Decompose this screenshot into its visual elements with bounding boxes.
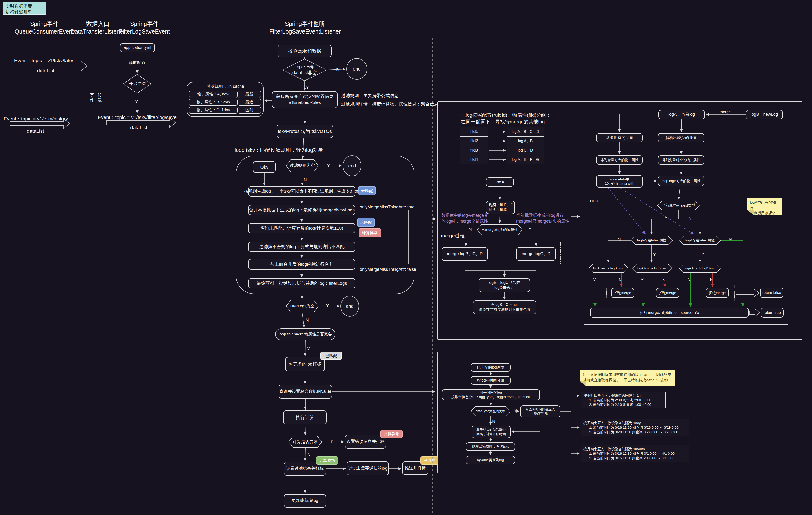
lane-header-line2: FilterLogSaveEventListener bbox=[269, 28, 341, 35]
return-true-label: return true bbox=[761, 308, 783, 317]
fild2-logs-label: log A、B bbox=[507, 137, 544, 146]
merge-with-above-label: 与上面合并后的log继续进行合并 bbox=[249, 260, 355, 269]
set-agg-value: 查询并设置聚合数据的value bbox=[279, 385, 332, 399]
lbl-merge-process: merge过程 bbox=[441, 232, 465, 239]
end-3-label: end bbox=[341, 296, 358, 316]
badge-calc-error-2: 计算异常 bbox=[358, 228, 381, 238]
cache-row2-attr-label: 物、属性：B, 5min bbox=[189, 99, 237, 105]
edge-label-Y: Y bbox=[653, 251, 656, 257]
note-loop-logic-line: logA中已有的物属 bbox=[750, 200, 780, 210]
edge-label-Y: Y bbox=[665, 215, 668, 221]
mark-complete-log: 对完备的log打标 bbox=[285, 357, 325, 371]
gen-logs-by-rule: 按规则生成log，一个tskv可以命中不同过滤规则，生成多条log bbox=[248, 186, 355, 196]
edge-label-Y: Y bbox=[307, 346, 310, 352]
lane-header-line1: Spring事件 bbox=[119, 20, 170, 28]
tskv-box-label: tskv bbox=[253, 161, 275, 172]
merge-batch-logs: 合并本批数据中生成的log：最终得到mergedNewLogs bbox=[248, 205, 355, 215]
is-latest-type-hex-fill bbox=[658, 201, 699, 210]
lbl-event-history: Event：topic = v1/tskv/history bbox=[4, 116, 68, 122]
loga-current: logA：当前log bbox=[658, 110, 705, 119]
get-enabled-rules-label: 获取所有开启过滤的配置信息allEnabledRules bbox=[272, 92, 337, 108]
logb-newlog-label: logB：newLog bbox=[746, 110, 782, 119]
edge-label-N: N bbox=[468, 226, 472, 232]
end-2-label: end bbox=[343, 156, 361, 176]
fild-3: fild3 bbox=[460, 146, 488, 155]
edge-label-Y: Y bbox=[593, 277, 596, 283]
reject-merge-1: 拒绝merge bbox=[611, 288, 634, 298]
merge-logc-d: merge logC、D bbox=[516, 247, 556, 261]
title-badge-line2: 执行过滤引擎 bbox=[6, 9, 43, 16]
query-tskv-label: 整理出物属性，查询tskv bbox=[466, 443, 515, 450]
fild1-logs: log A、B、C、D bbox=[507, 127, 544, 137]
set-null-note: 令logB、C = null避免在当前过滤规则下重复合并 bbox=[473, 300, 536, 314]
validate-topic: 校验topic和数据 bbox=[278, 45, 331, 57]
fild3-logs-label: log C、D bbox=[507, 146, 544, 155]
lbl-group-rule-1: 把log按照配置(ruleId)、物属性(fild)分组； bbox=[461, 112, 551, 118]
lane-header-data-transfer: 数据入口 DataTransferListener bbox=[70, 20, 125, 35]
lbl-rules-cache-title: 过滤规则： in cache bbox=[206, 84, 244, 89]
edge-label-N: N bbox=[619, 277, 622, 283]
note-loop-logic: logA中已有的物属性也适用该逻辑 bbox=[748, 198, 782, 215]
cache-row2-tag-label: 最近 bbox=[238, 99, 261, 105]
set-null-note-label: 令logB、C = null避免在当前过滤规则下重复合并 bbox=[473, 301, 536, 314]
fild3-logs: log C、D bbox=[507, 146, 544, 155]
edge-label-N: N bbox=[617, 237, 621, 242]
end-2: end bbox=[343, 155, 361, 176]
exec-merge: 执行merge: 刷新time、sourceInfo bbox=[590, 308, 749, 317]
badge-calc-success: 计算成功 bbox=[316, 456, 338, 465]
merge-with-above: 与上面合并后的log继续进行合并 bbox=[248, 259, 355, 270]
group-by-time: 按log的时间分组 bbox=[471, 376, 511, 385]
lane-header-filter-log-save: Spring事件 FilterLogSaveEvent bbox=[119, 20, 170, 35]
lbl-loop: Loop bbox=[587, 198, 598, 204]
group-by-agg-label: 同一时间的log按聚合信息分组：aggType、 aggInterval、tim… bbox=[442, 390, 539, 400]
lbl-onlymerge-true: onlyMergeMissThingAttr: true bbox=[360, 205, 414, 210]
badge-calc-error: 计算异常 bbox=[380, 430, 403, 438]
calc-error-hex-fill bbox=[289, 436, 322, 448]
fild-2-label: fild2 bbox=[460, 137, 488, 146]
have-missing-label: 现有：fild1、2缺少：fild3 bbox=[487, 201, 514, 214]
cache-row3-tag: 区间 bbox=[238, 107, 261, 114]
time-eq-hex-fill bbox=[633, 264, 672, 272]
lbl-purple-db-1: 数据库中的log去merge其 bbox=[441, 213, 488, 218]
time-le-hex-fill bbox=[589, 264, 628, 272]
get-attrs-left: 得到变量对应的物、属性 bbox=[596, 155, 643, 164]
loop-logb-attrs-label: loop logB对应的物、属性 bbox=[658, 176, 704, 186]
final-filter-logs-label: 最终获得一批经过层层合并后的log：filterLogs bbox=[249, 279, 355, 288]
exec-calc: 执行计算 bbox=[283, 411, 327, 424]
badge-unmatched-2: 未匹配 bbox=[357, 218, 375, 227]
cache-row3-attr-label: 物、属性：C, 1day bbox=[189, 107, 237, 113]
tskv-protos: tskvProtos 转为 tskvDTOs bbox=[277, 125, 333, 138]
fild2-logs: log A、B bbox=[507, 137, 544, 146]
loga-small: logA bbox=[486, 177, 514, 187]
loga-has-latest-l: logA存在latest属性 bbox=[631, 236, 673, 245]
lbl-datalist-2: dataList bbox=[27, 128, 44, 134]
get-enabled-rules: 获取所有开启过滤的配置信息allEnabledRules bbox=[272, 91, 338, 108]
lbl-loop-tskv: loop tskv：匹配过滤规则，转为log对象 bbox=[235, 147, 323, 153]
time-eq-hex: logA.time = logB.time bbox=[632, 264, 672, 273]
filterl0gs-empty-hex-fill bbox=[286, 300, 318, 312]
lbl-onlymerge-false: onlyMergeMissThingAttr: false bbox=[360, 267, 416, 272]
example-month-label: 按月四舍五入，假设聚合间隔为 1month 1. 若当前时间为 3/16 12:… bbox=[581, 445, 689, 462]
fild-4: fild4 bbox=[460, 155, 488, 164]
lane-header-line1: 数据入口 bbox=[70, 20, 125, 28]
logb-newlog: logB：newLog bbox=[746, 110, 783, 119]
lbl-purple-cur-1: 当前批数据生成的log进行 bbox=[516, 213, 564, 218]
set-error-mark-label: 设置错误信息并打标 bbox=[345, 435, 386, 448]
edge-label-Y: Y bbox=[135, 99, 138, 104]
edge-label-Y: Y bbox=[330, 438, 333, 444]
loop-logb-attrs: loop logB对应的物、属性 bbox=[658, 176, 704, 186]
query-unmatched: 查询未匹配、计算异常的log(计算次数≤10) bbox=[248, 223, 355, 233]
edge-18 bbox=[302, 312, 304, 327]
return-false: return false bbox=[760, 287, 783, 298]
diagram-canvas: 实时数据消费 执行过滤引擎 Spring事件 QueueConsumerEven… bbox=[0, 0, 812, 515]
edge-label-N: N bbox=[492, 418, 495, 424]
merge-logc-d-label: merge logC、D bbox=[517, 248, 555, 260]
app-yml-label: application.yml bbox=[120, 43, 154, 52]
validate-topic-label: 校验topic和数据 bbox=[278, 45, 331, 57]
exec-calc-label: 执行计算 bbox=[284, 411, 326, 424]
edge-label-Y: Y bbox=[326, 303, 329, 308]
edge-label-N: N bbox=[710, 277, 713, 283]
lane-header-line1: Spring事件监听 bbox=[269, 20, 341, 28]
cache-row1-attr: 物、属性：A, now bbox=[189, 91, 237, 98]
gen-logs-by-rule-label: 按规则生成log，一个tskv可以命中不同过滤规则，生成多条log bbox=[249, 187, 355, 196]
